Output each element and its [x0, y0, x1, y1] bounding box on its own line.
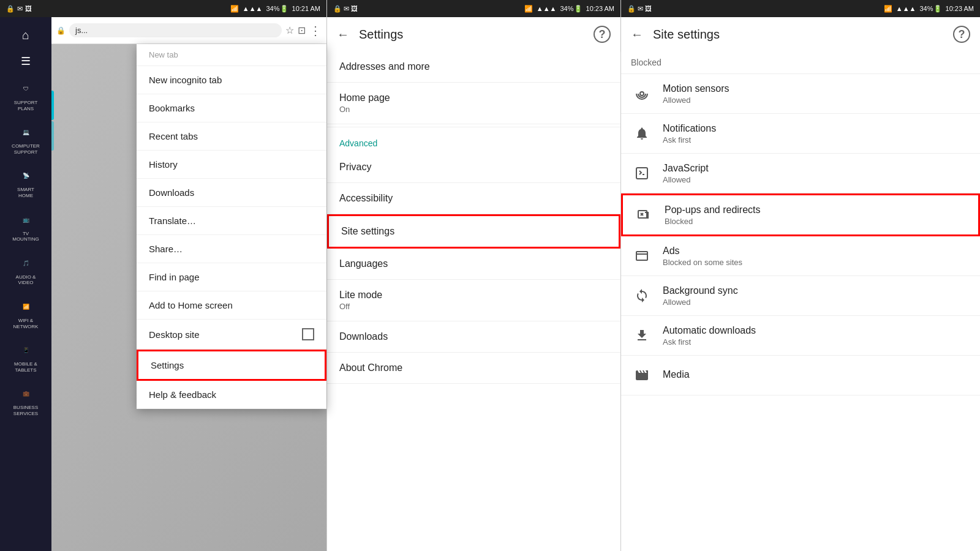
- status-left-icons-1: 🔒 ✉ 🖼: [6, 5, 32, 13]
- sidebar-item-audio-video[interactable]: 🎵 AUDIO &VIDEO: [0, 249, 51, 292]
- menu-item-desktop-site[interactable]: Desktop site: [137, 320, 326, 350]
- settings-item-home-page[interactable]: Home page On: [327, 83, 620, 124]
- panel1: 🔒 ✉ 🖼 📶 ▲▲▲ 34%🔋 10:21 AM ⌂ ☰ 🛡 SUPPORTP…: [0, 0, 326, 551]
- menu-item-find-in-page[interactable]: Find in page: [137, 263, 326, 291]
- address-bar: 🔒 js... ☆ ⊡ ⋮: [51, 17, 326, 44]
- motion-sensors-info: Motion sensors Allowed: [663, 83, 970, 105]
- dropdown-greyed-new-tab: New tab: [137, 44, 326, 66]
- site-item-ads[interactable]: Ads Blocked on some sites: [621, 236, 980, 276]
- help-button-2[interactable]: ?: [594, 26, 611, 43]
- settings-item-privacy[interactable]: Privacy: [327, 152, 620, 183]
- hamburger-btn[interactable]: ☰: [0, 48, 51, 74]
- menu-item-history[interactable]: History: [137, 151, 326, 179]
- mobile-tablets-icon: 📱: [17, 342, 34, 359]
- sidebar-label-mobile-tablets: MOBILE &TABLETS: [14, 361, 37, 373]
- divider-advanced: [327, 127, 620, 127]
- back-button-3[interactable]: ←: [631, 28, 643, 42]
- sidebar-item-wifi-network[interactable]: 📶 WIFI &NETWORK: [0, 292, 51, 335]
- mail-icon-1: ✉: [17, 5, 23, 13]
- sidebar-label-computer-support: COMPUTERSUPPORT: [12, 143, 40, 155]
- desktop-site-checkbox[interactable]: [302, 328, 314, 340]
- back-button-2[interactable]: ←: [337, 28, 349, 42]
- sidebar-item-business-services[interactable]: 💼 BUSINESSSERVICES: [0, 379, 51, 422]
- sidebar-home-btn[interactable]: ⌂: [0, 22, 51, 48]
- settings-item-downloads-p2[interactable]: Downloads: [327, 321, 620, 353]
- status-bar-1: 🔒 ✉ 🖼 📶 ▲▲▲ 34%🔋 10:21 AM: [0, 0, 326, 17]
- background-sync-icon: [631, 285, 653, 307]
- ads-icon: [631, 245, 653, 267]
- menu-dots-icon[interactable]: ⋮: [309, 23, 322, 38]
- site-item-popups[interactable]: Pop-ups and redirects Blocked: [621, 193, 980, 236]
- notifications-icon: [631, 122, 653, 144]
- signal-icon-1: ▲▲▲: [243, 5, 263, 12]
- sidebar-item-smart-home[interactable]: 📡 SMARTHOME: [0, 161, 51, 204]
- sidebar-item-mobile-tablets[interactable]: 📱 MOBILE &TABLETS: [0, 335, 51, 379]
- wifi-network-icon: 📶: [17, 298, 34, 315]
- battery-2: 34%🔋: [560, 5, 582, 13]
- star-icon[interactable]: ☆: [285, 24, 294, 36]
- background-sync-info: Background sync Allowed: [663, 285, 970, 307]
- ads-info: Ads Blocked on some sites: [663, 246, 970, 267]
- tab-indicator-2: [51, 121, 54, 151]
- settings-item-lite-mode[interactable]: Lite mode Off: [327, 280, 620, 321]
- menu-item-bookmarks[interactable]: Bookmarks: [137, 94, 326, 122]
- popups-info: Pop-ups and redirects Blocked: [665, 204, 968, 226]
- site-item-auto-downloads[interactable]: Automatic downloads Ask first: [621, 316, 980, 356]
- lock-icon-1: 🔒: [6, 5, 15, 13]
- sidebar-label-business-services: BUSINESSSERVICES: [13, 405, 38, 416]
- site-item-background-sync[interactable]: Background sync Allowed: [621, 276, 980, 316]
- wifi-icon-2: 📶: [524, 5, 533, 13]
- menu-item-new-incognito-tab[interactable]: New incognito tab: [137, 66, 326, 94]
- menu-item-translate[interactable]: Translate…: [137, 207, 326, 235]
- sidebar-item-computer-support[interactable]: 💻 COMPUTERSUPPORT: [0, 118, 51, 161]
- site-item-motion-sensors[interactable]: Motion sensors Allowed: [621, 74, 980, 114]
- settings-item-about-chrome[interactable]: About Chrome: [327, 353, 620, 384]
- motion-sensors-icon: [631, 83, 653, 105]
- signal-bars-3: ▲▲▲: [896, 5, 916, 12]
- smart-home-icon: 📡: [17, 167, 34, 184]
- auto-downloads-info: Automatic downloads Ask first: [663, 325, 970, 347]
- site-item-media[interactable]: Media: [621, 356, 980, 395]
- time-3: 10:23 AM: [946, 5, 974, 12]
- settings-item-addresses[interactable]: Addresses and more: [327, 51, 620, 83]
- time-1: 10:21 AM: [292, 5, 320, 12]
- tab-icon[interactable]: ⊡: [298, 24, 306, 36]
- status-left-icons-3: 🔒 ✉ 🖼: [627, 5, 652, 13]
- tab-indicator: [51, 91, 54, 120]
- menu-item-share[interactable]: Share…: [137, 235, 326, 263]
- sidebar-label-audio-video: AUDIO &VIDEO: [16, 274, 36, 286]
- panel3-content: Blocked Motion sensors Allowed: [621, 51, 980, 551]
- time-2: 10:23 AM: [586, 5, 614, 12]
- settings-item-languages[interactable]: Languages: [327, 249, 620, 280]
- svg-rect-4: [636, 252, 647, 260]
- battery-3: 34%🔋: [919, 5, 941, 13]
- menu-item-recent-tabs[interactable]: Recent tabs: [137, 122, 326, 151]
- panel2: 🔒 ✉ 🖼 📶 ▲▲▲ 34%🔋 10:23 AM ← Settings ? A…: [326, 0, 620, 551]
- browser-area: 🔒 js... ☆ ⊡ ⋮ New tab New incognito tab …: [51, 17, 326, 551]
- site-item-notifications[interactable]: Notifications Ask first: [621, 114, 980, 154]
- sidebar-label-smart-home: SMARTHOME: [17, 187, 34, 198]
- panel2-content: Addresses and more Home page On Advanced…: [327, 51, 620, 551]
- help-button-3[interactable]: ?: [953, 26, 970, 43]
- javascript-icon: [631, 162, 653, 184]
- panel2-header: ← Settings ?: [327, 17, 620, 51]
- media-info: Media: [663, 369, 970, 381]
- menu-item-downloads[interactable]: Downloads: [137, 179, 326, 207]
- sidebar-label-tv-mounting: TVMOUNTING: [12, 231, 39, 242]
- menu-item-help-feedback[interactable]: Help & feedback: [137, 381, 326, 409]
- panel2-title: Settings: [359, 28, 584, 42]
- menu-item-settings[interactable]: Settings: [137, 350, 326, 381]
- sidebar-item-tv-mounting[interactable]: 📺 TVMOUNTING: [0, 205, 51, 249]
- settings-item-site-settings[interactable]: Site settings: [327, 214, 620, 249]
- site-item-javascript[interactable]: JavaScript Allowed: [621, 154, 980, 193]
- settings-item-accessibility[interactable]: Accessibility: [327, 183, 620, 214]
- svg-point-0: [640, 92, 644, 96]
- svg-rect-1: [636, 168, 647, 179]
- audio-video-icon: 🎵: [17, 255, 34, 272]
- panel3-title: Site settings: [653, 28, 943, 42]
- sidebar-item-support-plans[interactable]: 🛡 SUPPORTPLANS: [0, 74, 51, 118]
- computer-support-icon: 💻: [17, 124, 34, 141]
- menu-item-add-to-home[interactable]: Add to Home screen: [137, 291, 326, 320]
- section-label-advanced: Advanced: [327, 130, 620, 152]
- address-input[interactable]: js...: [69, 23, 282, 37]
